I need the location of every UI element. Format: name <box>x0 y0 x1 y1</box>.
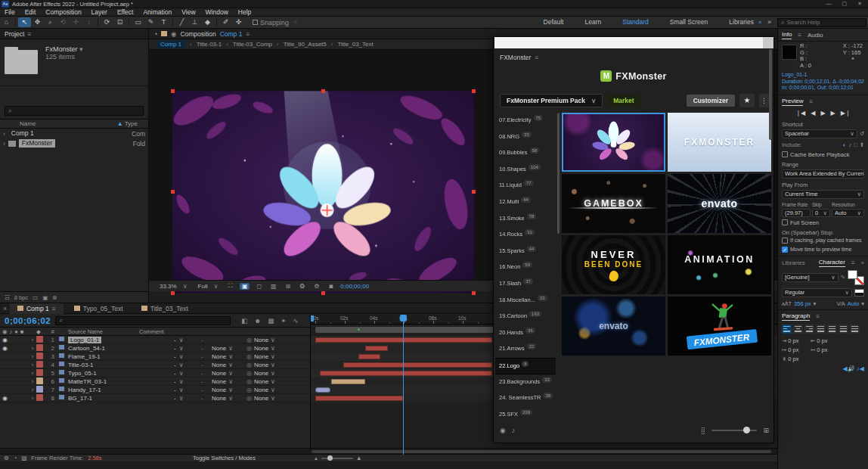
draft-3d-icon[interactable]: ◔ <box>14 455 17 461</box>
t-switch[interactable]: - <box>201 362 212 368</box>
move-time-checkbox[interactable]: ✓ <box>782 247 788 253</box>
dolly-tool-icon[interactable]: ↕ <box>82 17 95 27</box>
category-11-liquid[interactable]: 11.Liquid77 <box>495 178 556 194</box>
market-button[interactable]: Market <box>607 95 640 107</box>
snapshot-icon[interactable]: ▣ <box>240 283 250 290</box>
tab-libraries[interactable]: Libraries <box>782 259 805 266</box>
eye-icon[interactable]: ◉ <box>2 337 8 343</box>
project-search-input[interactable] <box>14 107 128 114</box>
label-color-swatch[interactable] <box>36 361 46 369</box>
expand-arrow-icon[interactable]: › <box>3 130 5 138</box>
in-point-marker[interactable] <box>311 315 314 321</box>
maximize-button[interactable]: ▢ <box>842 1 848 7</box>
grid-small-icon[interactable]: ⣿ <box>701 427 706 434</box>
zoom-out-icon[interactable]: ▲ <box>314 456 318 461</box>
orbit-tool-icon[interactable]: ⟲ <box>57 17 70 27</box>
composition-artwork[interactable] <box>172 91 474 294</box>
align-button-a-jl[interactable] <box>816 325 826 334</box>
category-12-multi[interactable]: 12.Multi44 <box>495 194 556 211</box>
rotation-tool-icon[interactable]: ⟳ <box>101 17 113 27</box>
toggle-switches-modes-button[interactable]: Toggle Switches / Modes <box>193 455 256 461</box>
align-button-a-jr[interactable] <box>839 325 848 334</box>
camera-tool-icon[interactable]: ⊡ <box>113 17 126 27</box>
grid-large-icon[interactable]: ⊞ <box>763 427 769 434</box>
label-column-icon[interactable]: ◆ <box>36 328 46 335</box>
viewer-timecode[interactable]: 0;00;00;00 <box>340 283 369 290</box>
expand-arrow-icon[interactable]: › <box>29 378 36 385</box>
expand-arrow-icon[interactable]: › <box>29 370 36 377</box>
fxmonster-panel-tab[interactable]: FXMonster <box>500 54 532 61</box>
preset-thumbnail-5[interactable]: NEVERBEEN DONE <box>562 235 665 294</box>
horizontal-scrollbar[interactable] <box>0 448 777 454</box>
timeline-tab-typo_05_text[interactable]: Typo_05_Text <box>67 303 131 314</box>
eye-icon[interactable]: ◉ <box>2 395 8 402</box>
hand-tool-icon[interactable]: ✥ <box>31 17 44 27</box>
layer-name[interactable]: MatteTR_03-1 <box>67 378 136 385</box>
layer-row-cartoon_54-1[interactable]: ◉›2Cartoon_54-1-∨-None∨◎None∨ <box>0 344 310 353</box>
expand-arrow-icon[interactable]: › <box>29 345 36 352</box>
range-dropdown[interactable]: Work Area Extended By Current...∨ <box>782 169 864 179</box>
layer-row-logo_01-1[interactable]: ◉›1Logo_01-1-∨-◎None∨ <box>0 336 310 344</box>
align-button-a-c[interactable] <box>793 325 803 334</box>
menu-animation[interactable]: Animation <box>143 8 172 16</box>
grid-icon[interactable]: ⊞ <box>283 283 293 290</box>
font-family-dropdown[interactable]: [Genuine]∨ <box>782 273 839 282</box>
expand-arrow-icon[interactable]: › <box>29 387 36 393</box>
selection-handle[interactable] <box>472 89 476 93</box>
panel-scrollbar[interactable] <box>769 49 772 140</box>
category-14-rocks[interactable]: 14.Rocks31 <box>495 227 556 244</box>
tab-paragraph[interactable]: Paragraph <box>782 312 810 321</box>
customizer-button[interactable]: Customizer <box>687 95 735 107</box>
selection-tool-icon[interactable]: ↖ <box>18 17 31 27</box>
camera-icon[interactable]: ◙ <box>326 283 336 290</box>
snapping-checkbox[interactable] <box>253 20 258 25</box>
close-button[interactable]: ✕ <box>857 1 862 7</box>
category-19-cartoon[interactable]: 19.Cartoon163 <box>495 309 556 325</box>
graph-editor-icon[interactable]: ∿ <box>293 317 298 325</box>
pack-selector-dropdown[interactable]: FxMonster Premium Pack∨ <box>500 94 603 107</box>
label-color-swatch[interactable] <box>36 377 46 386</box>
tabs-overflow[interactable]: » <box>861 259 864 266</box>
selection-handle[interactable] <box>321 89 325 93</box>
more-options-button[interactable]: ⋮ <box>759 94 769 107</box>
work-area-bar[interactable] <box>315 327 495 333</box>
tab-info[interactable]: Info <box>782 31 792 39</box>
sound-icon[interactable]: ♪ <box>512 427 516 434</box>
category-09-bubbles[interactable]: 09.Bubbles58 <box>495 145 556 162</box>
menu-composition[interactable]: Composition <box>45 8 81 16</box>
preset-thumbnail-6[interactable]: ANIMATION <box>668 235 771 294</box>
indent-field-2[interactable]: ⇤0 px <box>811 337 838 344</box>
include-overlays-icon[interactable]: □ <box>854 141 857 148</box>
layer-row-bg_17-1[interactable]: ◉›8BG_17-1-∨-None∨◎None∨ <box>0 394 310 402</box>
menu-effect[interactable]: Effect <box>117 8 134 16</box>
timeline-tab-comp-1[interactable]: Comp 1≡ <box>10 303 64 314</box>
timeline-search-input[interactable] <box>65 317 216 324</box>
layer-name[interactable]: Flame_19-1 <box>67 353 136 360</box>
align-button-a-jc[interactable] <box>827 325 837 334</box>
pickwhip-icon[interactable]: ◎ <box>246 395 252 402</box>
reset-icon[interactable]: ↺ <box>860 130 864 137</box>
t-switch[interactable]: - <box>201 337 212 343</box>
font-size-value[interactable]: 356 px <box>794 300 811 307</box>
workspace-tab-libraries[interactable]: Libraries <box>718 17 764 28</box>
category-15-sparks[interactable]: 15.Sparks44 <box>495 244 556 260</box>
layer-bar-logo_01-1[interactable] <box>315 337 492 343</box>
panel-menu-icon[interactable]: ≡ <box>851 259 855 266</box>
align-button-a-r[interactable] <box>804 325 814 334</box>
parent-link-dropdown[interactable]: ◎None∨ <box>246 370 310 377</box>
column-type[interactable]: Type <box>125 120 138 127</box>
tab-audio[interactable]: Audio <box>808 32 823 39</box>
selection-handle[interactable] <box>171 291 175 295</box>
expand-arrow-icon[interactable]: › <box>29 353 36 360</box>
pickwhip-icon[interactable]: ◎ <box>246 387 252 393</box>
composition-tab-comp[interactable]: Comp 1 <box>220 30 243 38</box>
workspace-tab-small-screen[interactable]: Small Screen <box>659 17 719 28</box>
layer-row-flame_19-1[interactable]: ›3Flame_19-1-∨-None∨◎None∨ <box>0 353 310 361</box>
sort-icon[interactable]: ▲ <box>117 120 123 127</box>
last-frame-button[interactable]: ▶❘ <box>841 110 851 116</box>
eraser-tool-icon[interactable]: ◆ <box>201 17 214 27</box>
indent-field-5[interactable]: ⇟0 px <box>782 356 809 362</box>
roi-icon[interactable]: ⛶ <box>225 282 235 290</box>
parent-link-dropdown[interactable]: ◎None∨ <box>246 378 310 385</box>
new-folder-icon[interactable]: ▭ <box>33 294 38 301</box>
